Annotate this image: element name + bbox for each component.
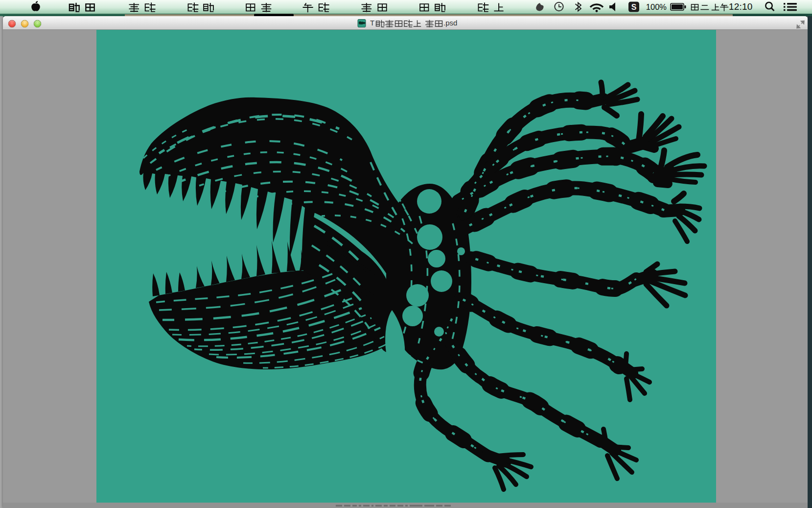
svg-text:S: S (631, 3, 637, 11)
svg-text:.psd: .psd (443, 19, 457, 27)
svg-text:12:10: 12:10 (729, 1, 753, 12)
svg-text:100%: 100% (646, 2, 667, 11)
svg-text:T: T (370, 19, 374, 27)
